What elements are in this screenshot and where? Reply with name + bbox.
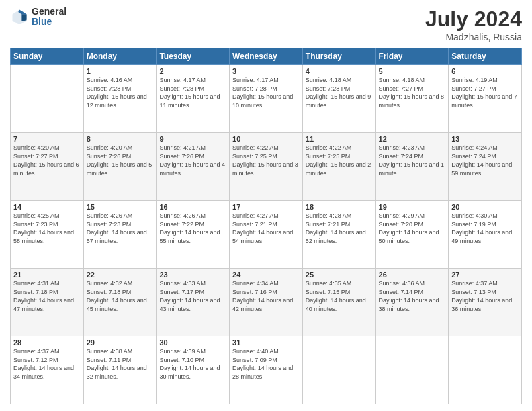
- daylight-text: Daylight: 14 hours and 47 minutes.: [13, 297, 74, 312]
- daylight-text: Daylight: 14 hours and 43 minutes.: [159, 297, 220, 312]
- table-row: 13 Sunrise: 4:24 AM Sunset: 7:24 PM Dayl…: [449, 133, 522, 201]
- day-info: Sunrise: 4:17 AM Sunset: 7:28 PM Dayligh…: [159, 76, 226, 109]
- sunset-text: Sunset: 7:28 PM: [232, 85, 277, 92]
- sunrise-text: Sunrise: 4:16 AM: [87, 77, 133, 83]
- sunrise-text: Sunrise: 4:25 AM: [13, 212, 60, 219]
- sunset-text: Sunset: 7:24 PM: [451, 153, 496, 160]
- logo-general: General: [32, 7, 66, 17]
- day-info: Sunrise: 4:17 AM Sunset: 7:28 PM Dayligh…: [232, 76, 300, 109]
- day-info: Sunrise: 4:33 AM Sunset: 7:17 PM Dayligh…: [159, 279, 226, 313]
- day-info: Sunrise: 4:27 AM Sunset: 7:21 PM Dayligh…: [232, 212, 300, 245]
- day-number: 19: [379, 203, 446, 211]
- sunrise-text: Sunrise: 4:29 AM: [379, 212, 425, 219]
- day-number: 5: [379, 67, 446, 75]
- sunset-text: Sunset: 7:28 PM: [159, 85, 204, 92]
- sunrise-text: Sunrise: 4:37 AM: [13, 348, 60, 355]
- day-number: 25: [306, 271, 373, 279]
- day-info: Sunrise: 4:38 AM Sunset: 7:11 PM Dayligh…: [87, 347, 154, 381]
- sunrise-text: Sunrise: 4:27 AM: [232, 212, 279, 219]
- sunset-text: Sunset: 7:15 PM: [306, 289, 351, 295]
- day-info: Sunrise: 4:18 AM Sunset: 7:27 PM Dayligh…: [379, 76, 446, 109]
- day-number: 16: [159, 203, 226, 211]
- day-info: Sunrise: 4:21 AM Sunset: 7:26 PM Dayligh…: [159, 144, 226, 177]
- day-number: 2: [159, 67, 226, 75]
- daylight-text: Daylight: 14 hours and 57 minutes.: [87, 229, 147, 244]
- daylight-text: Daylight: 14 hours and 40 minutes.: [306, 297, 366, 312]
- sunrise-text: Sunrise: 4:23 AM: [379, 144, 425, 151]
- sunrise-text: Sunrise: 4:22 AM: [306, 144, 352, 151]
- daylight-text: Daylight: 15 hours and 2 minutes.: [306, 161, 371, 177]
- daylight-text: Daylight: 15 hours and 9 minutes.: [306, 93, 371, 109]
- sunrise-text: Sunrise: 4:20 AM: [87, 144, 133, 151]
- col-thursday: Thursday: [302, 48, 375, 65]
- day-number: 31: [232, 338, 300, 347]
- table-row: 19 Sunrise: 4:29 AM Sunset: 7:20 PM Dayl…: [375, 201, 449, 269]
- day-number: 9: [159, 135, 226, 143]
- sunrise-text: Sunrise: 4:34 AM: [232, 280, 279, 287]
- day-info: Sunrise: 4:23 AM Sunset: 7:24 PM Dayligh…: [379, 144, 446, 177]
- day-number: 15: [87, 203, 154, 211]
- daylight-text: Daylight: 15 hours and 10 minutes.: [232, 93, 293, 109]
- table-row: 11 Sunrise: 4:22 AM Sunset: 7:25 PM Dayl…: [302, 133, 375, 201]
- sunset-text: Sunset: 7:21 PM: [306, 221, 351, 228]
- table-row: 4 Sunrise: 4:18 AM Sunset: 7:28 PM Dayli…: [302, 65, 375, 133]
- day-info: Sunrise: 4:36 AM Sunset: 7:14 PM Dayligh…: [379, 279, 446, 313]
- daylight-text: Daylight: 14 hours and 36 minutes.: [451, 297, 512, 312]
- daylight-text: Daylight: 14 hours and 28 minutes.: [232, 365, 293, 380]
- calendar-week-row: 21 Sunrise: 4:31 AM Sunset: 7:18 PM Dayl…: [11, 269, 522, 336]
- day-info: Sunrise: 4:39 AM Sunset: 7:10 PM Dayligh…: [159, 347, 226, 381]
- sunset-text: Sunset: 7:20 PM: [379, 221, 424, 228]
- day-number: 24: [232, 271, 300, 279]
- sunrise-text: Sunrise: 4:30 AM: [451, 212, 498, 219]
- logo-icon: [10, 7, 29, 26]
- sunset-text: Sunset: 7:18 PM: [13, 289, 58, 295]
- day-info: Sunrise: 4:16 AM Sunset: 7:28 PM Dayligh…: [87, 76, 154, 109]
- sunset-text: Sunset: 7:26 PM: [87, 153, 132, 160]
- day-info: Sunrise: 4:19 AM Sunset: 7:27 PM Dayligh…: [451, 76, 519, 109]
- sunrise-text: Sunrise: 4:37 AM: [451, 280, 498, 287]
- sunset-text: Sunset: 7:27 PM: [451, 85, 496, 92]
- col-saturday: Saturday: [449, 48, 522, 65]
- table-row: 9 Sunrise: 4:21 AM Sunset: 7:26 PM Dayli…: [157, 133, 230, 201]
- sunrise-text: Sunrise: 4:17 AM: [159, 77, 206, 83]
- daylight-text: Daylight: 14 hours and 34 minutes.: [13, 365, 74, 380]
- day-info: Sunrise: 4:40 AM Sunset: 7:09 PM Dayligh…: [232, 347, 300, 381]
- daylight-text: Daylight: 14 hours and 58 minutes.: [13, 229, 74, 244]
- svg-marker-3: [22, 15, 27, 22]
- sunset-text: Sunset: 7:24 PM: [379, 153, 424, 160]
- table-row: 26 Sunrise: 4:36 AM Sunset: 7:14 PM Dayl…: [375, 269, 449, 336]
- table-row: 17 Sunrise: 4:27 AM Sunset: 7:21 PM Dayl…: [230, 201, 303, 269]
- day-info: Sunrise: 4:37 AM Sunset: 7:13 PM Dayligh…: [451, 279, 519, 313]
- day-number: 21: [13, 271, 81, 279]
- sunset-text: Sunset: 7:25 PM: [306, 153, 351, 160]
- day-info: Sunrise: 4:22 AM Sunset: 7:25 PM Dayligh…: [306, 144, 373, 177]
- table-row: 21 Sunrise: 4:31 AM Sunset: 7:18 PM Dayl…: [11, 269, 84, 336]
- daylight-text: Daylight: 15 hours and 7 minutes.: [451, 93, 517, 109]
- header: General Blue July 2024 Madzhalis, Russia: [10, 7, 522, 42]
- day-number: 10: [232, 135, 300, 143]
- daylight-text: Daylight: 14 hours and 54 minutes.: [232, 229, 293, 244]
- calendar-week-row: 1 Sunrise: 4:16 AM Sunset: 7:28 PM Dayli…: [11, 65, 522, 133]
- sunset-text: Sunset: 7:27 PM: [13, 153, 58, 160]
- sunset-text: Sunset: 7:21 PM: [232, 221, 277, 228]
- day-number: 12: [379, 135, 446, 143]
- sunset-text: Sunset: 7:11 PM: [87, 357, 132, 363]
- day-info: Sunrise: 4:26 AM Sunset: 7:22 PM Dayligh…: [159, 212, 226, 245]
- sunset-text: Sunset: 7:19 PM: [451, 221, 496, 228]
- daylight-text: Daylight: 14 hours and 30 minutes.: [159, 365, 220, 380]
- sunrise-text: Sunrise: 4:24 AM: [451, 144, 498, 151]
- sunrise-text: Sunrise: 4:36 AM: [379, 280, 425, 287]
- day-number: 28: [13, 338, 81, 347]
- sunrise-text: Sunrise: 4:20 AM: [13, 144, 60, 151]
- col-friday: Friday: [375, 48, 449, 65]
- table-row: 22 Sunrise: 4:32 AM Sunset: 7:18 PM Dayl…: [83, 269, 157, 336]
- col-tuesday: Tuesday: [157, 48, 230, 65]
- day-info: Sunrise: 4:34 AM Sunset: 7:16 PM Dayligh…: [232, 279, 300, 313]
- day-info: Sunrise: 4:22 AM Sunset: 7:25 PM Dayligh…: [232, 144, 300, 177]
- day-info: Sunrise: 4:29 AM Sunset: 7:20 PM Dayligh…: [379, 212, 446, 245]
- calendar-week-row: 28 Sunrise: 4:37 AM Sunset: 7:12 PM Dayl…: [11, 336, 522, 404]
- day-info: Sunrise: 4:20 AM Sunset: 7:26 PM Dayligh…: [87, 144, 154, 177]
- table-row: 20 Sunrise: 4:30 AM Sunset: 7:19 PM Dayl…: [449, 201, 522, 269]
- sunrise-text: Sunrise: 4:21 AM: [159, 144, 206, 151]
- table-row: 28 Sunrise: 4:37 AM Sunset: 7:12 PM Dayl…: [11, 336, 84, 404]
